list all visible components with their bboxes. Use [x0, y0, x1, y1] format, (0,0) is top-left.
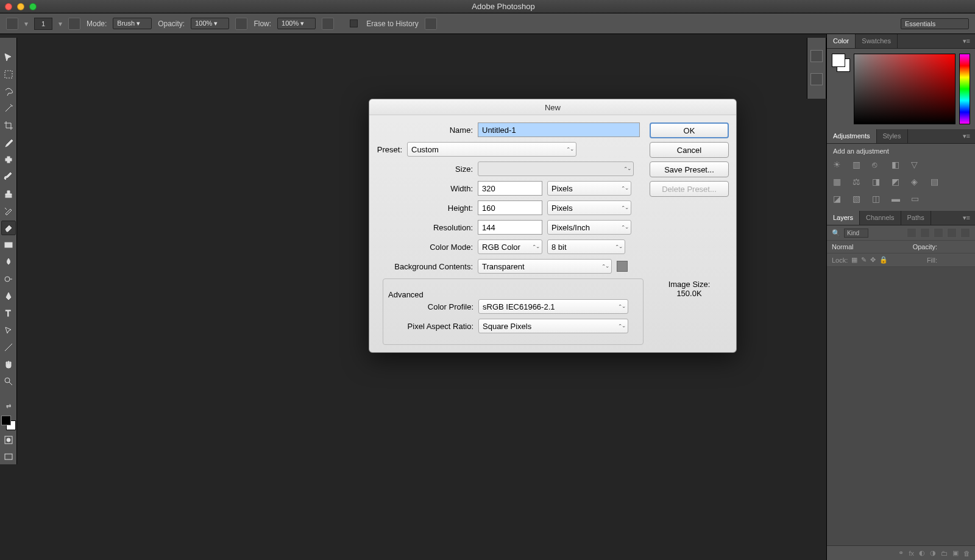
- history-brush-tool-icon[interactable]: [1, 204, 16, 218]
- pressure-opacity-icon[interactable]: [235, 18, 247, 30]
- lock-position-icon[interactable]: ✥: [870, 256, 876, 264]
- tab-color[interactable]: Color: [827, 34, 856, 48]
- filter-pixels-icon[interactable]: [907, 228, 916, 238]
- blur-tool-icon[interactable]: [1, 255, 16, 269]
- quickmask-icon[interactable]: [1, 433, 16, 447]
- line-tool-icon[interactable]: [1, 340, 16, 355]
- blend-mode-select[interactable]: Normal: [832, 243, 899, 250]
- adjustments-panel-menu-icon[interactable]: ▾≡: [958, 129, 975, 143]
- mixer-icon[interactable]: ◈: [911, 177, 922, 188]
- opacity-select[interactable]: 100% ▾: [191, 18, 229, 29]
- filter-type-icon[interactable]: [934, 228, 943, 238]
- airbrush-icon[interactable]: [322, 18, 334, 30]
- color-profile-select[interactable]: sRGB IEC61966-2.1: [478, 299, 628, 314]
- marquee-tool-icon[interactable]: [1, 67, 16, 82]
- move-tool-icon[interactable]: [1, 50, 16, 65]
- color-field[interactable]: [854, 54, 956, 124]
- hand-tool-icon[interactable]: [1, 357, 16, 372]
- preset-select[interactable]: Custom: [407, 142, 576, 157]
- foreground-background-colors[interactable]: [1, 416, 16, 430]
- mode-select[interactable]: Brush ▾: [113, 18, 152, 29]
- eyedropper-tool-icon[interactable]: [1, 135, 16, 150]
- levels-icon[interactable]: ▥: [853, 160, 863, 171]
- layers-panel-menu-icon[interactable]: ▾≡: [958, 211, 975, 225]
- height-field[interactable]: [478, 200, 542, 215]
- layers-list[interactable]: [827, 267, 975, 545]
- bw-icon[interactable]: ◨: [872, 177, 883, 188]
- dodge-tool-icon[interactable]: [1, 272, 16, 286]
- tab-styles[interactable]: Styles: [877, 129, 908, 143]
- brightness-icon[interactable]: ☀: [833, 160, 844, 171]
- path-select-tool-icon[interactable]: [1, 323, 16, 338]
- pen-tool-icon[interactable]: [1, 289, 16, 303]
- name-field[interactable]: [478, 122, 640, 137]
- group-icon[interactable]: 🗀: [941, 550, 948, 557]
- lasso-tool-icon[interactable]: [1, 84, 16, 99]
- tab-layers[interactable]: Layers: [827, 211, 860, 225]
- wand-tool-icon[interactable]: [1, 101, 16, 116]
- history-panel-icon[interactable]: [810, 50, 823, 62]
- color-mode-select[interactable]: RGB Color: [478, 239, 542, 254]
- trash-icon[interactable]: 🗑: [963, 550, 970, 557]
- close-icon[interactable]: [5, 3, 12, 10]
- balance-icon[interactable]: ⚖: [853, 177, 863, 188]
- gradient-map-icon[interactable]: ▬: [892, 194, 902, 205]
- lock-transparency-icon[interactable]: ▦: [851, 256, 857, 264]
- resolution-field[interactable]: [478, 220, 542, 235]
- color-depth-select[interactable]: 8 bit: [547, 239, 625, 254]
- minimize-icon[interactable]: [17, 3, 24, 10]
- par-select[interactable]: Square Pixels: [478, 319, 628, 333]
- properties-panel-icon[interactable]: [810, 73, 823, 85]
- healing-tool-icon[interactable]: [1, 152, 16, 167]
- bg-contents-select[interactable]: Transparent: [478, 259, 612, 274]
- maximize-icon[interactable]: [29, 3, 37, 10]
- filter-adjust-icon[interactable]: [920, 228, 930, 238]
- brush-panel-icon[interactable]: [68, 18, 80, 30]
- type-tool-icon[interactable]: T: [1, 306, 16, 321]
- cancel-button[interactable]: Cancel: [650, 142, 729, 158]
- filter-shape-icon[interactable]: [947, 228, 957, 238]
- link-layers-icon[interactable]: ⚭: [898, 549, 904, 557]
- photo-filter-icon[interactable]: ◩: [892, 177, 902, 188]
- vibrance-icon[interactable]: ▽: [911, 160, 922, 171]
- posterize-icon[interactable]: ▧: [853, 194, 863, 205]
- tab-swatches[interactable]: Swatches: [856, 34, 898, 48]
- color-fg-bg[interactable]: [832, 54, 850, 72]
- fill-adjustment-icon[interactable]: ◑: [930, 549, 936, 557]
- pressure-size-icon[interactable]: [425, 18, 437, 30]
- brush-tool-icon[interactable]: [1, 169, 16, 184]
- new-layer-icon[interactable]: ▣: [952, 549, 959, 557]
- width-unit-select[interactable]: Pixels: [547, 181, 631, 196]
- screenmode-icon[interactable]: [1, 450, 16, 464]
- workspace-select[interactable]: Essentials: [901, 18, 969, 29]
- threshold-icon[interactable]: ◫: [872, 194, 883, 205]
- bg-color-swatch[interactable]: [617, 261, 628, 272]
- brush-size-field[interactable]: 1: [34, 18, 52, 30]
- resolution-unit-select[interactable]: Pixels/Inch: [547, 220, 631, 235]
- hue-slider[interactable]: [959, 54, 970, 124]
- crop-tool-icon[interactable]: [1, 118, 16, 133]
- erase-history-checkbox[interactable]: [350, 19, 358, 27]
- exposure-icon[interactable]: ◧: [892, 160, 902, 171]
- tab-paths[interactable]: Paths: [901, 211, 931, 225]
- width-field[interactable]: [478, 181, 542, 196]
- save-preset-button[interactable]: Save Preset...: [650, 161, 729, 177]
- gradient-tool-icon[interactable]: [1, 238, 16, 252]
- hue-icon[interactable]: ▦: [833, 177, 844, 188]
- lock-pixels-icon[interactable]: ✎: [861, 256, 867, 264]
- mask-icon[interactable]: ◐: [919, 549, 925, 557]
- lock-all-icon[interactable]: 🔒: [879, 256, 888, 264]
- filter-smart-icon[interactable]: [960, 228, 970, 238]
- lookup-icon[interactable]: ▤: [931, 177, 941, 188]
- zoom-tool-icon[interactable]: [1, 374, 16, 389]
- color-panel-menu-icon[interactable]: ▾≡: [958, 34, 975, 48]
- selective-icon[interactable]: ▭: [911, 194, 922, 205]
- eraser-tool-preset-icon[interactable]: [6, 18, 18, 30]
- tab-channels[interactable]: Channels: [860, 211, 901, 225]
- color-default-icon[interactable]: ⇄: [1, 399, 16, 413]
- eraser-tool-icon[interactable]: [1, 221, 16, 235]
- layers-filter-select[interactable]: Kind: [844, 229, 868, 238]
- fx-icon[interactable]: fx: [909, 550, 914, 557]
- height-unit-select[interactable]: Pixels: [547, 200, 631, 215]
- invert-icon[interactable]: ◪: [833, 194, 844, 205]
